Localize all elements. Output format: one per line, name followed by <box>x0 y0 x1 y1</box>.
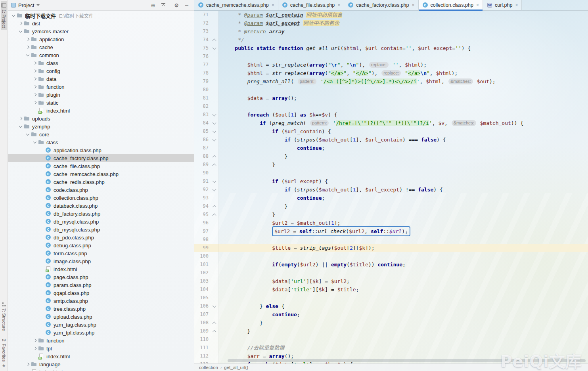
fold-up-icon[interactable] <box>211 210 218 219</box>
code-line-102[interactable]: 102 <box>194 269 588 277</box>
tree-item-plugin[interactable]: plugin <box>8 91 194 99</box>
tool-window-button-1-project[interactable]: 1: Project <box>1 1 7 30</box>
code-line-94[interactable]: 94 } <box>194 202 588 210</box>
code-line-104[interactable]: 104 $data['title'][$k] = $title; <box>194 285 588 294</box>
tree-item-index-html[interactable]: index.html <box>8 265 194 273</box>
code-line-77[interactable]: 77 $html = str_replace(array("\r", "\n")… <box>194 61 588 69</box>
tree-item-cache-file-class-php[interactable]: cache_file.class.php <box>8 162 194 170</box>
fold-down-icon[interactable] <box>211 186 218 194</box>
tree-item-debug-class-php[interactable]: debug.class.php <box>8 241 194 249</box>
fold-down-icon[interactable] <box>211 127 218 136</box>
tool-window-button-2-favorites[interactable]: 2: Favorites★ <box>1 337 7 370</box>
tree-item-cache[interactable]: cache <box>8 43 194 51</box>
tree-item-smtp-class-php[interactable]: smtp.class.php <box>8 297 194 305</box>
tree-item-tpl[interactable]: tpl <box>8 344 194 352</box>
code-line-76[interactable]: 76 <box>194 52 588 61</box>
chevron-expanded-icon[interactable] <box>17 28 24 34</box>
tree-item-cache-memcache-class-php[interactable]: cache_memcache.class.php <box>8 170 194 178</box>
tree-item-cache-redis-class-php[interactable]: cache_redis.class.php <box>8 178 194 186</box>
tree-item-application[interactable]: application <box>8 35 194 43</box>
tab-cache-memcache-class-php[interactable]: cache_memcache.class.php× <box>194 0 278 10</box>
tree-item-yzmcms-master[interactable]: yzmcms-master <box>8 27 194 35</box>
code-line-101[interactable]: 101 if(empty($url2) || empty($title)) co… <box>194 260 588 269</box>
tree-item-data[interactable]: data <box>8 75 194 83</box>
close-tab-icon[interactable]: × <box>272 2 274 8</box>
tree-item-cache-factory-class-php[interactable]: cache_factory.class.php <box>8 154 194 162</box>
tree-item-qqapi-class-php[interactable]: qqapi.class.php <box>8 289 194 297</box>
fold-down-icon[interactable] <box>211 111 218 119</box>
breadcrumb-item-collection[interactable]: collection <box>199 365 218 370</box>
fold-down-icon[interactable] <box>211 119 218 127</box>
chevron-collapsed-icon[interactable] <box>17 20 24 27</box>
tree-item-upload-class-php[interactable]: upload.class.php <box>8 313 194 321</box>
project-panel-title[interactable]: Project <box>18 2 34 8</box>
code-line-71[interactable]: 71 * @param $url_contain 网址中必须包含 <box>194 11 588 19</box>
chevron-collapsed-icon[interactable] <box>17 115 24 122</box>
close-tab-icon[interactable]: × <box>412 2 415 8</box>
chevron-collapsed-icon[interactable] <box>32 345 38 352</box>
code-line-110[interactable]: 110 <box>194 335 588 344</box>
tree-item-function[interactable]: function <box>8 337 194 344</box>
code-line-103[interactable]: 103 $data['url'][$k] = $url2; <box>194 277 588 285</box>
code-line-89[interactable]: 89 } <box>194 161 588 169</box>
chevron-collapsed-icon[interactable] <box>32 92 38 98</box>
code-line-78[interactable]: 78 $html = str_replace(array("</a>", "</… <box>194 69 588 77</box>
code-line-96[interactable]: 96 $url2 = $match_out[1]; <box>194 219 588 227</box>
chevron-collapsed-icon[interactable] <box>25 44 31 50</box>
chevron-collapsed-icon[interactable] <box>32 76 38 82</box>
chevron-expanded-icon[interactable] <box>25 52 31 58</box>
code-line-90[interactable]: 90 <box>194 169 588 177</box>
code-line-79[interactable]: 79 preg_match_all( pattern: '/<a ([^>]*)… <box>194 77 588 86</box>
chevron-collapsed-icon[interactable] <box>32 99 38 106</box>
tree-item-index-html[interactable]: index.html <box>8 107 194 115</box>
tree-item-code-class-php[interactable]: code.class.php <box>8 186 194 194</box>
code-line-88[interactable]: 88 } <box>194 152 588 161</box>
close-tab-icon[interactable]: × <box>515 2 518 8</box>
tree-item-collection-class-php[interactable]: collection.class.php <box>8 194 194 202</box>
tree-item-uploads[interactable]: uploads <box>8 115 194 122</box>
chevron-collapsed-icon[interactable] <box>32 337 38 344</box>
tree-item-application-class-php[interactable]: application.class.php <box>8 146 194 154</box>
chevron-collapsed-icon[interactable] <box>25 36 31 42</box>
tree-item-function[interactable]: function <box>8 83 194 91</box>
code-line-85[interactable]: 85 if ($url_contain) { <box>194 127 588 136</box>
tree-item-db-mysqli-class-php[interactable]: db_mysqli.class.php <box>8 226 194 233</box>
code-line-111[interactable]: 111 //去除重复数据 <box>194 344 588 352</box>
fold-up-icon[interactable] <box>211 319 218 327</box>
code-line-87[interactable]: 87 continue; <box>194 144 588 152</box>
fold-up-icon[interactable] <box>211 36 218 44</box>
code-line-82[interactable]: 82 <box>194 102 588 111</box>
fold-down-icon[interactable] <box>211 44 218 52</box>
code-line-75[interactable]: 75 public static function get_all_url($h… <box>194 44 588 52</box>
tree-item-dist[interactable]: dist <box>8 19 194 27</box>
tree-item-yzmphp[interactable]: yzmphp <box>8 122 194 130</box>
tree-item-image-class-php[interactable]: image.class.php <box>8 257 194 265</box>
chevron-expanded-icon[interactable] <box>17 123 24 130</box>
tree-item-language[interactable]: language <box>8 360 194 368</box>
code-line-73[interactable]: 73 * @return array <box>194 27 588 36</box>
chevron-collapsed-icon[interactable] <box>25 361 31 367</box>
code-line-108[interactable]: 108 } <box>194 319 588 327</box>
tab-curl-php[interactable]: curl.php× <box>483 0 522 10</box>
tree-item-class[interactable]: class <box>8 138 194 146</box>
code-line-81[interactable]: 81 $data = array(); <box>194 94 588 102</box>
code-line-105[interactable]: 105 <box>194 294 588 302</box>
tree-item-core[interactable]: core <box>8 130 194 138</box>
horizontal-scrollbar[interactable] <box>228 359 586 362</box>
tree-item-db-mysql-class-php[interactable]: db_mysql.class.php <box>8 218 194 226</box>
code-editor[interactable]: 71 * @param $url_contain 网址中必须包含72 * @pa… <box>194 11 588 363</box>
tab-cache-factory-class-php[interactable]: cache_factory.class.php× <box>344 0 418 10</box>
locate-icon[interactable]: ⊕ <box>149 2 157 8</box>
tree-item-param-class-php[interactable]: param.class.php <box>8 281 194 289</box>
hide-panel-icon[interactable]: ─ <box>183 2 191 8</box>
code-line-92[interactable]: 92 if (strpos($match_out[1], $url_except… <box>194 186 588 194</box>
tree-item-page-class-php[interactable]: page.class.php <box>8 273 194 281</box>
tree-item-index-html[interactable]: index.html <box>8 368 194 371</box>
fold-up-icon[interactable] <box>211 161 218 169</box>
chevron-collapsed-icon[interactable] <box>32 68 38 74</box>
tree-item-db-factory-class-php[interactable]: db_factory.class.php <box>8 210 194 218</box>
tree-item-static[interactable]: static <box>8 99 194 107</box>
chevron-collapsed-icon[interactable] <box>32 60 38 66</box>
chevron-expanded-icon[interactable] <box>10 12 17 19</box>
code-line-98[interactable]: 98 <box>194 235 588 244</box>
